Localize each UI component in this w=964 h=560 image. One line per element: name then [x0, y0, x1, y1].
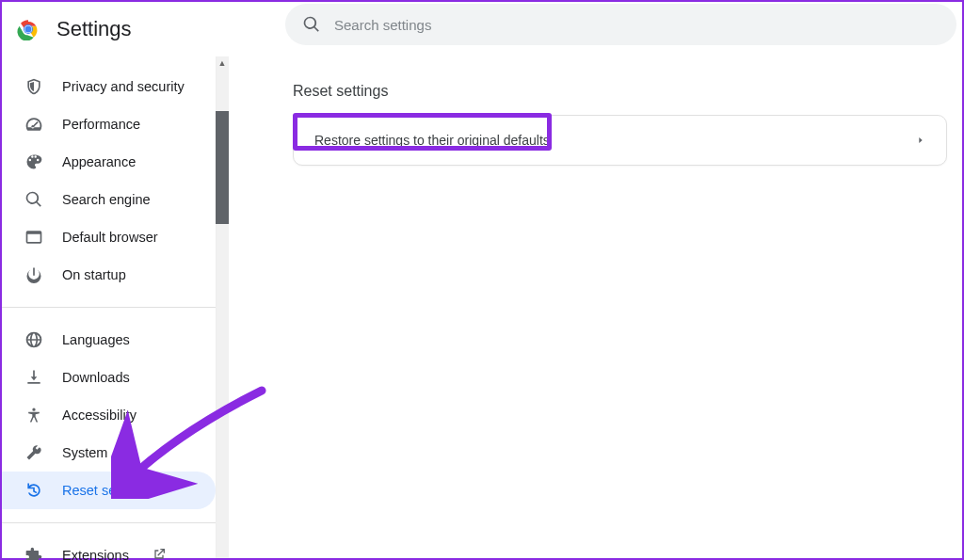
open-in-new-icon [152, 547, 167, 561]
wrench-icon [24, 443, 43, 462]
search-settings-bar[interactable]: Search settings [285, 4, 956, 45]
sidebar-nav: Privacy and security Performance [2, 56, 229, 560]
accessibility-icon [24, 406, 43, 424]
sidebar-group-2: Languages Downloads Accessibility [2, 315, 216, 515]
power-icon [24, 265, 43, 284]
sidebar-item-downloads[interactable]: Downloads [2, 359, 216, 396]
sidebar-item-label: Extensions [62, 548, 129, 560]
reset-settings-card: Restore settings to their original defau… [293, 115, 947, 166]
palette-icon [24, 152, 43, 171]
search-placeholder: Search settings [334, 17, 431, 33]
sidebar-group-1: Privacy and security Performance [2, 62, 216, 299]
download-icon [24, 368, 43, 387]
sidebar-item-label: System [62, 445, 107, 460]
nav-separator [2, 522, 216, 523]
main-content: Search settings Reset settings Restore s… [229, 56, 962, 558]
sidebar-item-label: Performance [62, 117, 140, 132]
sidebar-group-3: Extensions [2, 531, 216, 560]
page-title: Settings [56, 17, 132, 41]
sidebar-item-system[interactable]: System [2, 434, 216, 472]
section-title: Reset settings [293, 83, 947, 100]
sidebar-item-languages[interactable]: Languages [2, 321, 216, 359]
sidebar-item-label: Default browser [62, 230, 158, 245]
sidebar-item-appearance[interactable]: Appearance [2, 143, 216, 181]
sidebar-item-search-engine[interactable]: Search engine [2, 181, 216, 218]
sidebar-scrollbar-thumb[interactable] [216, 111, 229, 224]
sidebar: ▲ Privacy and security [2, 56, 229, 558]
sidebar-item-label: Privacy and security [62, 79, 185, 94]
svg-point-2 [25, 26, 32, 33]
restore-defaults-row[interactable]: Restore settings to their original defau… [294, 116, 946, 165]
sidebar-item-reset[interactable]: Reset settings [2, 472, 216, 509]
sidebar-item-on-startup[interactable]: On startup [2, 256, 216, 294]
sidebar-item-label: Reset settings [62, 483, 149, 498]
sidebar-item-default-browser[interactable]: Default browser [2, 218, 216, 256]
browser-icon [24, 228, 43, 247]
sidebar-item-performance[interactable]: Performance [2, 105, 216, 143]
row-label: Restore settings to their original defau… [314, 133, 550, 148]
extension-icon [24, 546, 43, 560]
search-icon [302, 15, 321, 34]
sidebar-item-label: On startup [62, 267, 126, 282]
nav-separator [2, 307, 216, 308]
shield-icon [24, 77, 43, 96]
sidebar-item-extensions[interactable]: Extensions [2, 536, 216, 560]
speedometer-icon [24, 115, 43, 134]
sidebar-item-label: Accessibility [62, 408, 137, 423]
sidebar-item-label: Languages [62, 332, 130, 347]
restore-icon [24, 481, 43, 500]
sidebar-item-label: Search engine [62, 192, 151, 207]
scroll-up-icon[interactable]: ▲ [216, 56, 229, 70]
sidebar-item-label: Downloads [62, 370, 130, 385]
window-frame: Settings ▲ Privacy and security [0, 0, 964, 560]
sidebar-scrollbar-track[interactable]: ▲ [216, 56, 229, 558]
chrome-logo-icon [17, 18, 40, 40]
globe-icon [24, 330, 43, 349]
sidebar-item-label: Appearance [62, 154, 136, 169]
sidebar-item-privacy[interactable]: Privacy and security [2, 68, 216, 105]
search-icon [24, 190, 43, 209]
chevron-right-icon [916, 132, 925, 149]
sidebar-item-accessibility[interactable]: Accessibility [2, 396, 216, 434]
